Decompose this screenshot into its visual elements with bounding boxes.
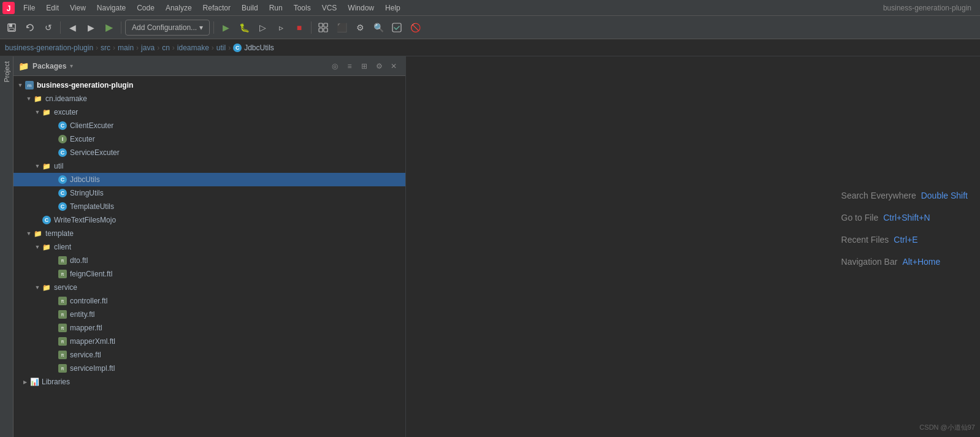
menu-view[interactable]: View	[65, 2, 91, 13]
back-button[interactable]: ◀	[64, 20, 80, 36]
refresh-button[interactable]: ↺	[40, 20, 56, 36]
tree-dto-ftl[interactable]: ft dto.ftl	[13, 254, 405, 267]
breadcrumb: business-generation-plugin › src › main …	[0, 39, 980, 56]
tree-root[interactable]: ▼ m business-generation-plugin	[13, 78, 405, 92]
tree-excuter-class[interactable]: I Excuter	[13, 132, 405, 146]
template-arrow: ▼	[25, 229, 33, 238]
panel-close-button[interactable]: ✕	[387, 59, 400, 73]
tree-template-utils[interactable]: C TemplateUtils	[13, 200, 405, 213]
project-tab-label[interactable]: Project	[2, 56, 12, 87]
add-configuration-button[interactable]: Add Configuration... ▾	[125, 20, 210, 36]
build-artifact-button[interactable]	[315, 20, 331, 36]
stop-button[interactable]: ■	[291, 20, 307, 36]
tree-libraries[interactable]: ▶ 📊 Libraries	[13, 375, 405, 389]
breadcrumb-ideamake[interactable]: ideamake	[177, 44, 209, 52]
feign-client-ftl-icon: ft	[58, 269, 67, 279]
panel-title-arrow[interactable]: ▾	[70, 63, 73, 69]
menu-help[interactable]: Help	[380, 2, 405, 13]
breadcrumb-java[interactable]: java	[141, 44, 155, 52]
menu-run[interactable]: Run	[264, 2, 288, 13]
menu-refactor[interactable]: Refactor	[198, 2, 235, 13]
forward-button[interactable]: ▶	[83, 20, 99, 36]
menu-file[interactable]: File	[18, 2, 40, 13]
expand-all-button[interactable]: ⊞	[358, 59, 371, 73]
tree-cn-ideamake[interactable]: ▼ 📁 cn.ideamake	[13, 92, 405, 105]
side-tab: Project	[0, 56, 13, 437]
recent-files-label: Recent Files	[841, 235, 889, 245]
tree-feign-client-ftl[interactable]: ft feignClient.ftl	[13, 267, 405, 281]
tree-mapper-ftl[interactable]: ft mapper.ftl	[13, 321, 405, 335]
tree-util[interactable]: ▼ 📁 util	[13, 159, 405, 173]
string-utils-arrow	[49, 189, 58, 197]
breadcrumb-cn[interactable]: cn	[162, 44, 170, 52]
class-icon: C	[233, 44, 242, 52]
run-coverage-button[interactable]: ▷	[255, 20, 270, 36]
entity-ftl-label: entity.ftl	[70, 310, 94, 319]
string-utils-label: StringUtils	[70, 189, 104, 197]
shortcut-recent-files: Recent Files Ctrl+E	[841, 235, 968, 245]
tree-mapper-xml-ftl[interactable]: ft mapperXml.ftl	[13, 335, 405, 348]
panel-header-actions: ◎ ≡ ⊞ ⚙ ✕	[328, 59, 400, 73]
template-utils-arrow	[49, 202, 58, 211]
template-label: template	[45, 229, 74, 238]
breadcrumb-util[interactable]: util	[216, 44, 226, 52]
tree-controller-ftl[interactable]: ft controller.ftl	[13, 294, 405, 308]
libraries-icon: 📊	[29, 377, 39, 387]
menu-window[interactable]: Window	[343, 2, 379, 13]
debug-button[interactable]: 🐛	[236, 20, 252, 36]
tree-client[interactable]: ▼ 📁 client	[13, 240, 405, 254]
menu-navigate[interactable]: Navigate	[92, 2, 131, 13]
settings-button[interactable]: ⚙	[352, 20, 368, 36]
util-icon: 📁	[42, 161, 52, 171]
tree-service-excuter[interactable]: C ServiceExcuter	[13, 146, 405, 159]
tree-write-text-files[interactable]: C WriteTextFilesMojo	[13, 213, 405, 227]
menu-edit[interactable]: Edit	[41, 2, 64, 13]
navigation-bar-key: Alt+Home	[902, 257, 940, 267]
tree-service-impl-ftl[interactable]: ft serviceImpl.ftl	[13, 362, 405, 375]
profile-button[interactable]: ▹	[273, 20, 289, 36]
menu-vcs[interactable]: VCS	[317, 2, 342, 13]
service-folder-label: service	[54, 283, 77, 292]
save-all-button[interactable]	[4, 20, 20, 36]
run-recent-button[interactable]: ▶	[101, 20, 117, 36]
service-impl-ftl-icon: ft	[58, 363, 67, 373]
locate-file-button[interactable]: ◎	[328, 59, 342, 73]
cn-ideamake-label: cn.ideamake	[45, 94, 87, 103]
menu-tools[interactable]: Tools	[289, 2, 316, 13]
project-panel: 📁 Packages ▾ ◎ ≡ ⊞ ⚙ ✕ ▼ m business-gene…	[13, 56, 406, 437]
svg-rect-7	[319, 28, 323, 32]
tree-service-ftl[interactable]: ft service.ftl	[13, 348, 405, 362]
play-button[interactable]: ▶	[218, 20, 234, 36]
breadcrumb-src[interactable]: src	[101, 44, 110, 52]
tree-string-utils[interactable]: C StringUtils	[13, 186, 405, 200]
sync-button[interactable]	[22, 20, 38, 36]
svg-rect-4	[9, 28, 14, 31]
dto-ftl-label: dto.ftl	[70, 256, 88, 265]
search-everywhere-button[interactable]: 🔍	[370, 20, 386, 36]
tree-entity-ftl[interactable]: ft entity.ftl	[13, 308, 405, 321]
jdbc-utils-arrow	[49, 175, 58, 184]
breadcrumb-main[interactable]: main	[118, 44, 134, 52]
root-label: business-generation-plugin	[37, 81, 133, 89]
menu-code[interactable]: Code	[132, 2, 159, 13]
service-excuter-icon: C	[58, 148, 67, 158]
coverage-button[interactable]	[389, 20, 405, 36]
terminal-button[interactable]: ⬛	[334, 20, 350, 36]
tree-service-folder[interactable]: ▼ 📁 service	[13, 281, 405, 294]
root-arrow: ▼	[16, 81, 25, 89]
menu-build[interactable]: Build	[237, 2, 263, 13]
tree-excuter[interactable]: ▼ 📁 excuter	[13, 105, 405, 119]
tree-jdbc-utils[interactable]: C JdbcUtils	[13, 173, 405, 186]
menu-analyze[interactable]: Analyze	[161, 2, 197, 13]
service-impl-ftl-label: serviceImpl.ftl	[70, 364, 115, 373]
excuter-label: excuter	[54, 108, 78, 116]
collapse-all-button[interactable]: ≡	[343, 59, 356, 73]
breadcrumb-current: C JdbcUtils	[233, 44, 274, 52]
write-text-arrow	[33, 216, 42, 224]
mapper-ftl-icon: ft	[58, 323, 67, 333]
tree-client-excuter[interactable]: C ClientExcuter	[13, 119, 405, 132]
no-run-button[interactable]: 🚫	[407, 20, 423, 36]
panel-settings-button[interactable]: ⚙	[372, 59, 386, 73]
tree-template[interactable]: ▼ 📁 template	[13, 227, 405, 240]
breadcrumb-root[interactable]: business-generation-plugin	[5, 44, 93, 52]
